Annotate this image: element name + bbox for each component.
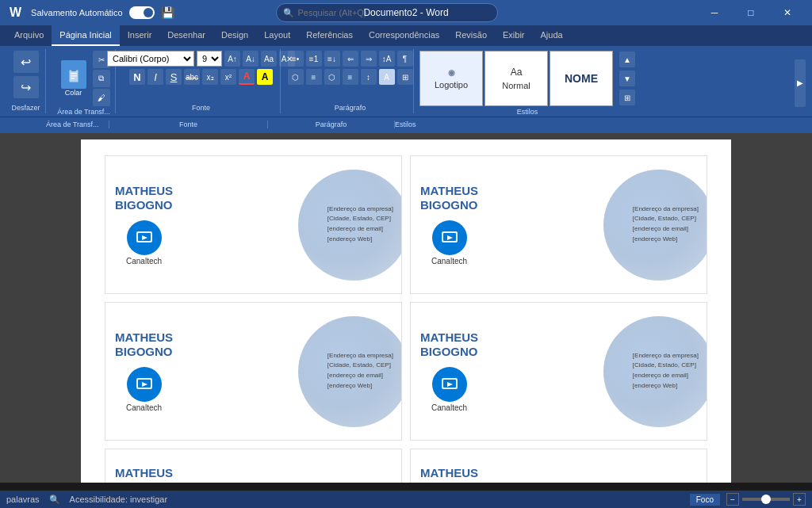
increase-indent-button[interactable]: ⇒	[361, 51, 377, 67]
superscript-button[interactable]: x²	[220, 69, 236, 85]
style-nome-button[interactable]: NOME	[550, 51, 613, 106]
font-group: Calibri (Corpo) 9 A↑ A↓ Aa A✕ N I S abc …	[122, 49, 281, 113]
card-logo-1: Canaltech	[115, 220, 173, 265]
autosave-toggle[interactable]	[129, 6, 155, 19]
tab-exibir[interactable]: Exibir	[495, 25, 533, 46]
card-name-1: MATHEUS BIGOGNO	[115, 184, 173, 212]
card-name-6: MATHEUS BIGOGNO	[420, 466, 478, 483]
font-size-select[interactable]: 9	[197, 51, 222, 67]
doc-title: Documento2 - Word	[363, 7, 448, 18]
line-spacing-button[interactable]: ↕	[361, 69, 377, 85]
style-logotipo-button[interactable]: ◉ Logotipo	[419, 51, 483, 106]
status-bar-right: Foco − +	[690, 493, 806, 506]
format-painter-button[interactable]: 🖌	[93, 89, 110, 106]
tab-design[interactable]: Design	[213, 25, 256, 46]
ribbon-labels-row: Área de Transf... Fonte Parágrafo Estilo…	[0, 117, 812, 133]
document-area: MATHEUS BIGOGNO Canaltech [Endereço da e…	[0, 133, 812, 483]
paste-button[interactable]: Colar	[58, 57, 90, 100]
undo-button[interactable]: ↩	[13, 51, 39, 73]
normal-preview: Aa	[511, 67, 523, 78]
copy-button[interactable]: ⧉	[93, 70, 110, 87]
maximize-button[interactable]: □	[733, 0, 769, 25]
tab-desenhar[interactable]: Desenhar	[159, 25, 213, 46]
business-card-4: MATHEUS BIGOGNO Canaltech [Endereço da e…	[410, 302, 707, 441]
multilevel-button[interactable]: ≡↓	[324, 51, 340, 67]
accessibility-label: 🔍	[49, 495, 60, 505]
card-name-4: MATHEUS BIGOGNO	[420, 330, 478, 359]
redo-button[interactable]: ↪	[13, 76, 39, 98]
subscript-button[interactable]: x₂	[202, 69, 218, 85]
italic-button[interactable]: I	[147, 69, 163, 85]
card-logo-label-4: Canaltech	[431, 403, 467, 412]
zoom-out-button[interactable]: −	[726, 493, 739, 506]
underline-button[interactable]: S	[166, 69, 182, 85]
tab-revisao[interactable]: Revisão	[447, 25, 495, 46]
paragraph-group: ≡• ≡1 ≡↓ ⇐ ⇒ ↕A ¶ ⬡ ≡ ⬡ ≡ ↕ A ⊞ Parágraf…	[287, 49, 414, 113]
font-shrink-button[interactable]: A↓	[243, 51, 259, 67]
svg-rect-2	[71, 73, 77, 74]
change-case-button[interactable]: Aa	[261, 51, 277, 67]
card-left-5: MATHEUS BIGOGNO	[115, 466, 173, 483]
font-color-button[interactable]: A	[239, 69, 255, 85]
clipboard-group-label: Área de Transf...	[57, 108, 110, 116]
minimize-button[interactable]: ─	[696, 0, 733, 25]
paragraph-group-label: Parágrafo	[335, 104, 366, 112]
paragraph-bottom-label: Parágrafo	[268, 120, 395, 128]
sort-button[interactable]: ↕A	[379, 51, 395, 67]
strikethrough-button[interactable]: abc	[184, 69, 200, 85]
ribbon-scroll-right[interactable]: ▶	[795, 59, 806, 107]
ribbon-content: ↩ ↪ Desfazer Colar ✂	[0, 46, 812, 117]
card-left-3: MATHEUS BIGOGNO Canaltech	[115, 330, 173, 412]
tab-arquivo[interactable]: Arquivo	[6, 25, 52, 46]
close-button[interactable]: ✕	[769, 0, 806, 25]
card-circle-text-2: [Endereço da empresa] [Cidade, Estado, C…	[633, 204, 699, 245]
svg-rect-4	[71, 78, 75, 79]
zoom-in-button[interactable]: +	[793, 493, 806, 506]
styles-expand-button[interactable]: ⊞	[619, 90, 635, 105]
tab-ajuda[interactable]: Ajuda	[533, 25, 571, 46]
style-normal-button[interactable]: Aa Normal	[485, 51, 548, 106]
business-card-1: MATHEUS BIGOGNO Canaltech [Endereço da e…	[105, 155, 402, 294]
numbering-button[interactable]: ≡1	[306, 51, 322, 67]
tab-pagina-inicial[interactable]: Página Inicial	[52, 25, 119, 46]
align-right-button[interactable]: ⬡	[324, 69, 340, 85]
paste-icon	[61, 60, 86, 89]
border-button[interactable]: ⊞	[397, 69, 413, 85]
font-family-select[interactable]: Calibri (Corpo)	[107, 51, 194, 67]
align-center-button[interactable]: ≡	[306, 69, 322, 85]
decrease-indent-button[interactable]: ⇐	[343, 51, 358, 67]
justify-button[interactable]: ≡	[343, 69, 358, 85]
highlight-button[interactable]: A	[257, 69, 273, 85]
align-left-button[interactable]: ⬡	[288, 69, 304, 85]
logotipo-label: Logotipo	[435, 80, 468, 90]
canaltech-icon-1	[127, 220, 162, 255]
paste-label: Colar	[65, 89, 82, 97]
styles-scroll-down-button[interactable]: ▼	[619, 71, 635, 86]
font-group-label: Fonte	[192, 104, 210, 112]
svg-rect-1	[71, 67, 76, 71]
shading-button[interactable]: A	[379, 69, 395, 85]
styles-scroll-up-button[interactable]: ▲	[619, 52, 635, 67]
show-formatting-button[interactable]: ¶	[397, 51, 413, 67]
undo-group-label: Desfazer	[11, 104, 40, 112]
accessibility-text: Acessibilidade: investigar	[70, 495, 168, 504]
business-card-2: MATHEUS BIGOGNO Canaltech [Endereço da e…	[410, 155, 707, 294]
zoom-slider[interactable]	[742, 498, 790, 501]
tab-layout[interactable]: Layout	[256, 25, 298, 46]
document-page: MATHEUS BIGOGNO Canaltech [Endereço da e…	[81, 139, 731, 483]
card-logo-4: Canaltech	[420, 367, 478, 412]
save-icon[interactable]: 💾	[161, 6, 174, 19]
tab-correspondencias[interactable]: Correspondências	[361, 25, 447, 46]
bold-button[interactable]: N	[129, 69, 145, 85]
normal-label: Normal	[502, 81, 530, 90]
focus-button[interactable]: Foco	[690, 494, 720, 506]
card-circle-text-1: [Endereço da empresa] [Cidade, Estado, C…	[327, 204, 393, 245]
bullets-button[interactable]: ≡•	[288, 51, 304, 67]
tab-referencias[interactable]: Referências	[298, 25, 361, 46]
card-logo-label-3: Canaltech	[126, 403, 162, 412]
card-logo-label-1: Canaltech	[126, 257, 162, 265]
tab-inserir[interactable]: Inserir	[120, 25, 160, 46]
font-grow-button[interactable]: A↑	[224, 51, 240, 67]
font-bottom-label: Fonte	[109, 120, 268, 128]
status-bar: palavras 🔍 Acessibilidade: investigar Fo…	[0, 491, 812, 508]
